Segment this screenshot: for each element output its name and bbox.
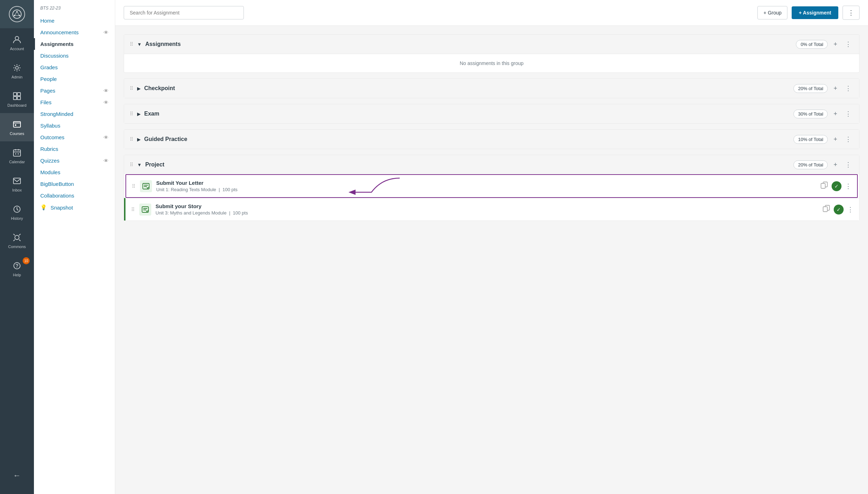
nav-back-button[interactable]: ← <box>0 461 34 490</box>
calendar-icon <box>11 147 23 158</box>
drag-handle-exam[interactable]: ⠿ <box>130 111 134 117</box>
add-assignment-button[interactable]: + Assignment <box>792 6 838 19</box>
nav-item-account[interactable]: Account <box>0 28 34 57</box>
nav-item-inbox[interactable]: Inbox <box>0 170 34 198</box>
sidebar-item-pages[interactable]: Pages 👁 <box>34 85 115 96</box>
toggle-project[interactable]: ▼ <box>137 162 142 167</box>
nav-item-courses[interactable]: Courses <box>0 113 34 141</box>
toggle-guided-practice[interactable]: ▶ <box>137 137 141 142</box>
group-checkpoint-add[interactable]: + <box>831 84 839 93</box>
calendar-label: Calendar <box>9 160 25 164</box>
sidebar-item-grades[interactable]: Grades <box>34 61 115 73</box>
group-project-percent: 20% of Total <box>793 160 828 169</box>
svg-line-4 <box>17 12 19 16</box>
drag-handle-letter[interactable]: ⠿ <box>132 183 136 189</box>
group-exam: ⠿ ▶ Exam 30% of Total + ⋮ <box>124 104 860 124</box>
copy-icon[interactable] <box>820 181 828 191</box>
assignment-letter-menu[interactable]: ⋮ <box>845 182 851 190</box>
sidebar-item-announcements[interactable]: Announcements 👁 <box>34 27 115 38</box>
left-nav-bar: Account Admin Dashboard <box>0 0 34 494</box>
nav-item-commons[interactable]: Commons <box>0 226 34 254</box>
published-check-icon: ✓ <box>832 181 841 191</box>
group-guided-practice-add[interactable]: + <box>831 135 839 144</box>
sidebar-item-people[interactable]: People <box>34 73 115 85</box>
assignment-letter-info: Submit Your Letter Unit 1: Reading Texts… <box>156 180 816 192</box>
sidebar-item-home[interactable]: Home <box>34 15 115 27</box>
sidebar-item-discussions[interactable]: Discussions <box>34 50 115 61</box>
sidebar-item-snapshot[interactable]: 💡 Snapshot <box>34 201 115 213</box>
assignment-story-meta: Unit 3: Myths and Legends Module | 100 p… <box>156 210 818 216</box>
files-eye-icon: 👁 <box>104 100 108 105</box>
group-project-add[interactable]: + <box>831 160 839 169</box>
nav-logo[interactable] <box>0 0 34 28</box>
group-checkpoint-percent: 20% of Total <box>793 84 828 93</box>
top-bar: + Group + Assignment ⋮ <box>115 0 868 26</box>
discussions-label: Discussions <box>40 53 69 59</box>
add-group-button[interactable]: + Group <box>757 6 787 19</box>
group-assignments-add[interactable]: + <box>831 40 839 49</box>
svg-rect-15 <box>13 150 20 156</box>
sidebar-item-outcomes[interactable]: Outcomes 👁 <box>34 131 115 143</box>
dashboard-label: Dashboard <box>7 103 27 107</box>
toggle-assignments[interactable]: ▼ <box>137 42 142 47</box>
modules-label: Modules <box>40 169 60 175</box>
group-exam-menu[interactable]: ⋮ <box>843 109 854 118</box>
snapshot-label: Snapshot <box>51 205 73 211</box>
logo-svg <box>12 9 22 19</box>
assignment-letter-meta: Unit 1: Reading Texts Module | 100 pts <box>156 187 816 192</box>
announcements-eye-icon: 👁 <box>104 30 108 35</box>
drag-handle-story[interactable]: ⠿ <box>131 207 135 212</box>
group-checkpoint-title: Checkpoint <box>144 85 790 92</box>
drag-handle-project[interactable]: ⠿ <box>130 162 134 167</box>
drag-handle-guided-practice[interactable]: ⠿ <box>130 136 134 142</box>
search-input[interactable] <box>124 6 244 19</box>
sidebar-item-collaborations[interactable]: Collaborations <box>34 190 115 201</box>
sidebar-item-modules[interactable]: Modules <box>34 166 115 178</box>
history-icon <box>11 204 23 215</box>
svg-point-8 <box>16 66 18 69</box>
sidebar-item-strongminded[interactable]: StrongMinded <box>34 108 115 120</box>
content-area: ⠿ ▼ Assignments 0% of Total + ⋮ No assig… <box>115 26 868 494</box>
sidebar-item-quizzes[interactable]: Quizzes 👁 <box>34 155 115 166</box>
svg-rect-11 <box>13 96 17 100</box>
sidebar: BTS 22-23 Home Announcements 👁 Assignmen… <box>34 0 115 494</box>
group-guided-practice-menu[interactable]: ⋮ <box>843 135 854 144</box>
more-options-button[interactable]: ⋮ <box>843 6 860 20</box>
nav-item-admin[interactable]: Admin <box>0 57 34 85</box>
grades-label: Grades <box>40 64 58 70</box>
group-project-title: Project <box>145 161 790 168</box>
account-label: Account <box>10 47 24 51</box>
sidebar-item-assignments[interactable]: Assignments <box>34 38 115 50</box>
sidebar-item-bigbluebutton[interactable]: BigBlueButton <box>34 178 115 190</box>
inbox-label: Inbox <box>12 188 22 192</box>
toggle-checkpoint[interactable]: ▶ <box>137 86 141 91</box>
group-exam-add[interactable]: + <box>831 110 839 118</box>
nav-item-dashboard[interactable]: Dashboard <box>0 85 34 113</box>
group-checkpoint-menu[interactable]: ⋮ <box>843 84 854 93</box>
group-assignments-menu[interactable]: ⋮ <box>843 40 854 49</box>
copy-story-icon[interactable] <box>822 205 830 214</box>
sidebar-item-syllabus[interactable]: Syllabus <box>34 120 115 131</box>
group-project-menu[interactable]: ⋮ <box>843 160 854 169</box>
courses-label: Courses <box>10 131 24 136</box>
people-label: People <box>40 76 57 82</box>
assignment-letter-actions: ✓ ⋮ <box>820 181 851 191</box>
svg-rect-17 <box>18 153 19 154</box>
drag-handle-checkpoint[interactable]: ⠿ <box>130 86 134 91</box>
nav-item-calendar[interactable]: Calendar <box>0 141 34 170</box>
assignment-story-menu[interactable]: ⋮ <box>847 206 854 213</box>
nav-item-help[interactable]: ? 10 Help <box>0 254 34 283</box>
nav-item-history[interactable]: History <box>0 198 34 226</box>
assignment-story-title[interactable]: Submit your Story <box>156 203 818 209</box>
assignment-story-actions: ✓ ⋮ <box>822 205 854 214</box>
assignment-item-submit-letter: ⠿ Submit Your Letter Unit 1: Reading Tex… <box>125 174 858 198</box>
help-label: Help <box>13 273 21 277</box>
toggle-exam[interactable]: ▶ <box>137 111 141 117</box>
group-assignments-percent: 0% of Total <box>796 40 828 49</box>
drag-handle-assignments[interactable]: ⠿ <box>130 41 134 47</box>
sidebar-item-files[interactable]: Files 👁 <box>34 96 115 108</box>
assignment-letter-title[interactable]: Submit Your Letter <box>156 180 816 186</box>
group-guided-practice-percent: 10% of Total <box>793 135 828 144</box>
group-assignments: ⠿ ▼ Assignments 0% of Total + ⋮ No assig… <box>124 34 860 73</box>
sidebar-item-rubrics[interactable]: Rubrics <box>34 143 115 155</box>
